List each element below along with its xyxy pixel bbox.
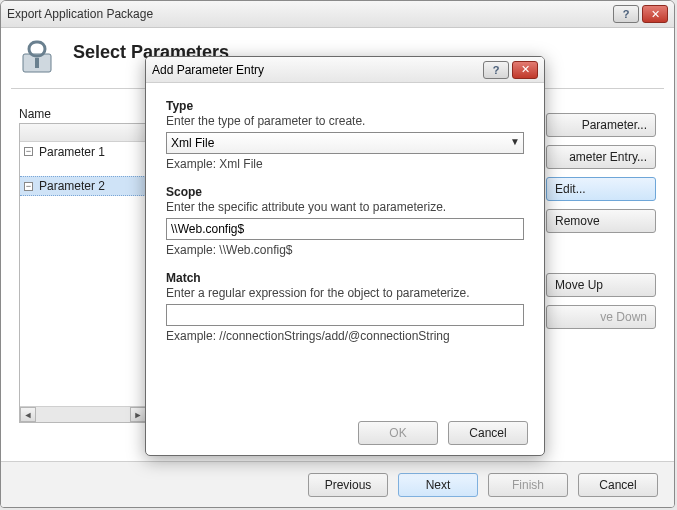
expand-icon[interactable]: − xyxy=(24,182,33,191)
cancel-button[interactable]: Cancel xyxy=(578,473,658,497)
type-label: Type xyxy=(166,99,524,113)
type-combo[interactable]: Xml File ▼ xyxy=(166,132,524,154)
scope-example: Example: \\Web.config$ xyxy=(166,243,524,257)
add-parameter-entry-button[interactable]: ameter Entry... xyxy=(546,145,656,169)
right-button-column: Parameter... ameter Entry... Edit... Rem… xyxy=(546,113,656,329)
move-down-button: ve Down xyxy=(546,305,656,329)
outer-title-text: Export Application Package xyxy=(7,7,613,21)
scope-desc: Enter the specific attribute you want to… xyxy=(166,200,524,214)
row-label: Parameter 1 xyxy=(39,145,105,159)
edit-button[interactable]: Edit... xyxy=(546,177,656,201)
dialog-help-button[interactable]: ? xyxy=(483,61,509,79)
match-field-block: Match Enter a regular expression for the… xyxy=(166,271,524,343)
scope-input[interactable] xyxy=(166,218,524,240)
add-parameter-button[interactable]: Parameter... xyxy=(546,113,656,137)
match-desc: Enter a regular expression for the objec… xyxy=(166,286,524,300)
scroll-left-icon[interactable]: ◄ xyxy=(20,407,36,422)
scope-field-block: Scope Enter the specific attribute you w… xyxy=(166,185,524,257)
table-row[interactable]: − Parameter 2 xyxy=(20,176,146,196)
dialog-title-text: Add Parameter Entry xyxy=(152,63,483,77)
scroll-right-icon[interactable]: ► xyxy=(130,407,146,422)
ok-button: OK xyxy=(358,421,438,445)
wizard-footer: Previous Next Finish Cancel xyxy=(1,461,674,507)
dialog-cancel-button[interactable]: Cancel xyxy=(448,421,528,445)
table-row[interactable]: − Parameter 1 xyxy=(20,142,146,162)
row-label: Parameter 2 xyxy=(39,179,105,193)
type-field-block: Type Enter the type of parameter to crea… xyxy=(166,99,524,171)
match-input[interactable] xyxy=(166,304,524,326)
add-parameter-entry-dialog: Add Parameter Entry ? ✕ Type Enter the t… xyxy=(145,56,545,456)
match-example: Example: //connectionStrings/add/@connec… xyxy=(166,329,524,343)
outer-close-button[interactable]: ✕ xyxy=(642,5,668,23)
remove-button[interactable]: Remove xyxy=(546,209,656,233)
svg-rect-2 xyxy=(35,58,39,68)
scope-label: Scope xyxy=(166,185,524,199)
outer-titlebar[interactable]: Export Application Package ? ✕ xyxy=(1,1,674,28)
dialog-footer: OK Cancel xyxy=(146,411,544,455)
grid-h-scrollbar[interactable]: ◄ ► xyxy=(20,406,146,422)
match-label: Match xyxy=(166,271,524,285)
dialog-titlebar[interactable]: Add Parameter Entry ? ✕ xyxy=(146,57,544,83)
type-example: Example: Xml File xyxy=(166,157,524,171)
outer-help-button[interactable]: ? xyxy=(613,5,639,23)
finish-button: Finish xyxy=(488,473,568,497)
parameters-grid[interactable]: − Parameter 1 − Parameter 2 ◄ ► xyxy=(19,123,147,423)
package-icon xyxy=(15,36,59,80)
type-desc: Enter the type of parameter to create. xyxy=(166,114,524,128)
expand-icon[interactable]: − xyxy=(24,147,33,156)
move-up-button[interactable]: Move Up xyxy=(546,273,656,297)
dialog-close-button[interactable]: ✕ xyxy=(512,61,538,79)
next-button[interactable]: Next xyxy=(398,473,478,497)
previous-button[interactable]: Previous xyxy=(308,473,388,497)
type-select[interactable]: Xml File xyxy=(166,132,524,154)
